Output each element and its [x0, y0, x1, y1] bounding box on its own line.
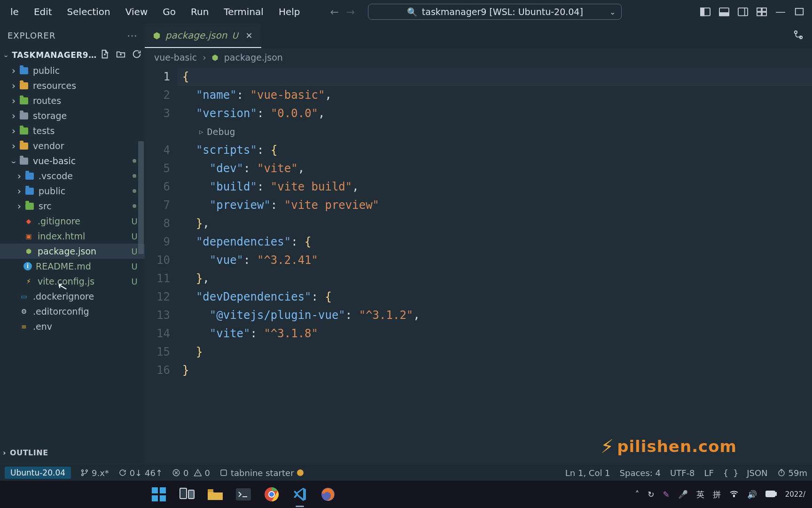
- problems-warnings[interactable]: 0: [194, 468, 210, 478]
- svg-rect-23: [152, 495, 158, 501]
- outline-label: OUTLINE: [10, 448, 48, 457]
- toggle-primary-sidebar-icon[interactable]: [700, 8, 710, 16]
- folder-storage[interactable]: ›storage: [0, 108, 145, 123]
- status-bar: Ubuntu-20.04 9.x* 0↓ 46↑ 0 0 tabnine sta…: [0, 465, 812, 481]
- tab-status-badge: U: [232, 31, 238, 40]
- new-folder-icon[interactable]: [116, 49, 126, 61]
- nav-forward-icon[interactable]: →: [346, 6, 355, 18]
- git-branch[interactable]: 9.x*: [80, 468, 109, 478]
- remote-indicator[interactable]: Ubuntu-20.04: [5, 467, 71, 479]
- svg-rect-7: [762, 8, 766, 11]
- menu-file[interactable]: le: [4, 4, 25, 19]
- command-center[interactable]: 🔍 taskmanager9 [WSL: Ubuntu-20.04] ⌄: [368, 4, 622, 20]
- svg-point-16: [82, 474, 84, 476]
- menu-help[interactable]: Help: [272, 4, 307, 19]
- compare-changes-icon[interactable]: [793, 30, 804, 42]
- warning-count: 0: [205, 468, 210, 478]
- workspace-header[interactable]: ⌄ TASKMANAGER9…: [0, 47, 145, 63]
- folder-vendor[interactable]: ›vendor: [0, 138, 145, 153]
- new-file-icon[interactable]: [100, 49, 110, 61]
- indentation[interactable]: Spaces: 4: [620, 468, 661, 478]
- toggle-secondary-sidebar-icon[interactable]: [738, 8, 748, 16]
- taskbar-vscode[interactable]: [290, 484, 310, 504]
- taskbar-firefox[interactable]: [318, 484, 338, 504]
- toggle-panel-icon[interactable]: [719, 8, 729, 16]
- breadcrumb-folder[interactable]: vue-basic: [154, 52, 197, 63]
- menu-view[interactable]: View: [119, 4, 154, 19]
- customize-layout-icon[interactable]: [757, 8, 767, 16]
- windows-taskbar: ˄ ↻ ✎ 🎤 英 拼 🔊 2022/: [0, 481, 812, 508]
- tray-battery-icon[interactable]: [765, 490, 777, 499]
- breadcrumb[interactable]: vue-basic › ⬢ package.json: [145, 48, 812, 67]
- nodejs-icon: ⬢: [212, 53, 219, 62]
- sidebar-scrollbar[interactable]: [138, 141, 144, 254]
- sync-status[interactable]: 0↓ 46↑: [118, 468, 163, 478]
- outline-section[interactable]: › OUTLINE: [0, 445, 145, 460]
- folder-routes[interactable]: ›routes: [0, 93, 145, 108]
- code-content[interactable]: { "name": "vue-basic", "version": "0.0.0…: [178, 67, 812, 475]
- nodejs-icon: ⬢: [153, 31, 161, 40]
- folder-src[interactable]: ›src: [0, 198, 145, 214]
- nav-back-icon[interactable]: ←: [330, 6, 338, 18]
- taskbar-task-view[interactable]: [177, 484, 197, 504]
- tray-wifi-icon[interactable]: [729, 490, 739, 499]
- tray-volume-icon[interactable]: 🔊: [747, 490, 757, 499]
- tab-package-json[interactable]: ⬢ package.json U ✕: [145, 24, 261, 48]
- menu-go[interactable]: Go: [156, 4, 182, 19]
- file-package-json[interactable]: ⬢package.jsonU: [0, 244, 145, 259]
- problems-errors[interactable]: 0: [172, 468, 188, 478]
- menu-terminal[interactable]: Terminal: [217, 4, 270, 19]
- taskbar-start[interactable]: [149, 484, 169, 504]
- tray-ime1[interactable]: 英: [696, 489, 704, 500]
- file--dockerignore[interactable]: ▭.dockerignore: [0, 289, 145, 304]
- menu-run[interactable]: Run: [184, 4, 215, 19]
- tray-clock[interactable]: 2022/: [785, 490, 805, 499]
- tab-label: package.json: [165, 30, 227, 41]
- time-tracker[interactable]: 59m: [777, 468, 807, 478]
- search-icon: 🔍: [407, 7, 417, 17]
- folder-resources[interactable]: ›resources: [0, 78, 145, 93]
- file--editorconfig[interactable]: ⚙.editorconfig: [0, 304, 145, 319]
- cursor-position[interactable]: Ln 1, Col 1: [565, 468, 610, 478]
- svg-rect-6: [757, 8, 761, 11]
- svg-point-17: [86, 470, 88, 472]
- window-maximize-icon[interactable]: [794, 8, 804, 16]
- chevron-down-icon[interactable]: ⌄: [609, 8, 616, 16]
- tray-chevron-up-icon[interactable]: ˄: [635, 490, 640, 499]
- encoding[interactable]: UTF-8: [670, 468, 695, 478]
- folder-tests[interactable]: ›tests: [0, 123, 145, 138]
- folder-vue-basic[interactable]: ⌄vue-basic: [0, 153, 145, 168]
- codelens-debug[interactable]: ▷Debug: [182, 123, 812, 141]
- file-tree: ›public›resources›routes›storage›tests›v…: [0, 63, 145, 334]
- window-minimize-icon[interactable]: —: [775, 8, 786, 16]
- tray-ime2[interactable]: 拼: [713, 489, 721, 500]
- file--gitignore[interactable]: ◆.gitignoreU: [0, 214, 145, 229]
- tabnine-status[interactable]: tabnine starter: [219, 468, 304, 478]
- file-readme-md[interactable]: iREADME.mdU: [0, 259, 145, 274]
- eol[interactable]: LF: [704, 468, 714, 478]
- taskbar-explorer[interactable]: [205, 484, 225, 504]
- code-editor[interactable]: 12345678910111213141516 { "name": "vue-b…: [145, 67, 812, 475]
- menu-selection[interactable]: Selection: [61, 4, 117, 19]
- taskbar-terminal[interactable]: [234, 484, 253, 504]
- breadcrumb-file[interactable]: package.json: [224, 52, 283, 63]
- editor-panel: ⬢ package.json U ✕ vue-basic › ⬢ package…: [145, 24, 812, 475]
- folder-public[interactable]: ›public: [0, 183, 145, 198]
- explorer-more-icon[interactable]: ⋯: [127, 30, 137, 41]
- tray-sync-icon[interactable]: ↻: [648, 490, 654, 499]
- language-mode[interactable]: { } JSON: [723, 468, 768, 478]
- taskbar-chrome[interactable]: [262, 484, 281, 504]
- tray-feather-icon[interactable]: ✎: [663, 490, 669, 499]
- folder-public[interactable]: ›public: [0, 63, 145, 78]
- folder--vscode[interactable]: ›.vscode: [0, 168, 145, 183]
- svg-rect-28: [236, 488, 251, 500]
- close-icon[interactable]: ✕: [246, 31, 253, 40]
- file-vite-config-js[interactable]: ⚡vite.config.jsU: [0, 274, 145, 289]
- tray-mic-icon[interactable]: 🎤: [678, 490, 688, 499]
- file-index-html[interactable]: ▣index.htmlU: [0, 229, 145, 244]
- file--env[interactable]: ≡.env: [0, 319, 145, 334]
- menu-edit[interactable]: Edit: [27, 4, 59, 19]
- refresh-icon[interactable]: [132, 49, 142, 61]
- svg-rect-8: [757, 12, 761, 16]
- svg-rect-3: [719, 13, 729, 16]
